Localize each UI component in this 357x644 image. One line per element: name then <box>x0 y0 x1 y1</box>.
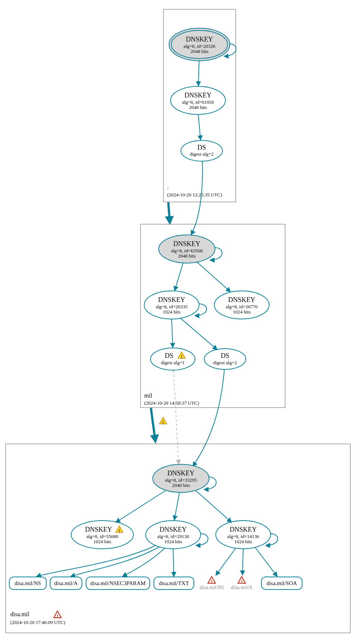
node-root-ds[interactable]: DS digest alg=2 <box>181 140 222 161</box>
edge-zsk2-a <box>70 547 159 577</box>
rrset-row: disa.mil/NS disa.mil/A disa.mil/NSEC3PAR… <box>9 577 302 590</box>
node-rr-ns-ghost: disa.mil/NS <box>200 577 224 590</box>
svg-text:disa.mil/TXT: disa.mil/TXT <box>159 580 189 586</box>
svg-text:digest alg=2: digest alg=2 <box>213 360 237 365</box>
edge-zsk2-txt <box>173 549 174 577</box>
svg-text:disa.mil/A: disa.mil/A <box>54 580 78 586</box>
node-rr-nsec3param[interactable]: disa.mil/NSEC3PARAM <box>86 577 150 590</box>
svg-text:disa.mil/SOA: disa.mil/SOA <box>267 580 297 586</box>
svg-text:alg=8, id=33295: alg=8, id=33295 <box>165 477 197 483</box>
svg-text:DNSKEY: DNSKEY <box>85 526 112 533</box>
edge-mil-ds1-disa-ksk <box>173 371 179 464</box>
node-rr-a-ghost: disa.mil/A <box>231 577 252 590</box>
edge-root-ksk-zsk <box>198 61 199 86</box>
svg-text:disa.mil/NS: disa.mil/NS <box>14 580 41 586</box>
edge-zsk2-ns <box>36 545 156 577</box>
edge-deleg-mil-disa <box>151 408 155 441</box>
edge-zsk3-soa <box>255 547 277 577</box>
svg-text:disa.mil/NSEC3PARAM: disa.mil/NSEC3PARAM <box>90 580 146 586</box>
node-rr-soa[interactable]: disa.mil/SOA <box>261 577 302 590</box>
node-root-ksk[interactable]: DNSKEY alg=8, id=20326 2048 bits <box>169 28 230 61</box>
svg-text:disa.mil/A: disa.mil/A <box>231 585 252 590</box>
svg-text:alg=8, id=14136: alg=8, id=14136 <box>227 534 260 539</box>
svg-text:alg=8, id=61050: alg=8, id=61050 <box>182 99 214 105</box>
svg-text:1024 bits: 1024 bits <box>233 309 251 315</box>
svg-text:1024 bits: 1024 bits <box>234 539 252 544</box>
svg-text:DNSKEY: DNSKEY <box>167 469 194 477</box>
svg-text:DNSKEY: DNSKEY <box>184 92 211 99</box>
svg-text:alg=8, id=20326: alg=8, id=20326 <box>184 43 216 49</box>
svg-text:alg=8, id=20335: alg=8, id=20335 <box>156 304 188 309</box>
node-mil-ds2[interactable]: DS digest alg=2 <box>204 349 246 369</box>
edge-mil-zsk1-ds2 <box>180 318 217 350</box>
edge-mil-ksk-zsk2 <box>196 262 231 292</box>
node-root-zsk[interactable]: DNSKEY alg=8, id=61050 2048 bits <box>171 86 225 114</box>
node-disa-ksk[interactable]: DNSKEY alg=8, id=33295 2048 bits <box>153 464 209 492</box>
node-disa-zsk2[interactable]: DNSKEY alg=8, id=29130 1024 bits <box>146 521 201 549</box>
edge-mil-ksk-zsk1 <box>175 263 183 291</box>
edge-zsk2-nsec3 <box>122 548 165 577</box>
edge-zsk3-aghost <box>242 549 243 575</box>
zone-root: . (2024-10-20 12:25:35 UTC) DNSKEY alg=8… <box>163 9 236 202</box>
node-disa-zsk3[interactable]: DNSKEY alg=8, id=14136 1024 bits <box>216 521 271 549</box>
svg-text:digest alg=2: digest alg=2 <box>190 151 214 157</box>
zone-mil-label: mil <box>144 392 152 399</box>
zone-disa-timestamp: (2024-10-20 17:46:09 UTC) <box>10 620 65 625</box>
svg-text:1024 bits: 1024 bits <box>164 539 182 544</box>
svg-text:disa.mil/NS: disa.mil/NS <box>200 585 224 590</box>
edge-root-ds-mil-ksk <box>191 162 202 235</box>
svg-text:DNSKEY: DNSKEY <box>158 296 185 303</box>
error-icon <box>238 577 245 585</box>
svg-text:DS: DS <box>165 352 173 359</box>
node-rr-ns[interactable]: disa.mil/NS <box>9 577 46 590</box>
svg-text:DNSKEY: DNSKEY <box>159 526 186 533</box>
svg-text:2048 bits: 2048 bits <box>178 253 196 259</box>
edge-disa-ksk-zsk3 <box>195 490 232 522</box>
svg-text:DS: DS <box>197 144 206 151</box>
svg-text:2048 bits: 2048 bits <box>189 104 207 110</box>
error-icon <box>208 577 215 585</box>
edge-mil-zsk1-ds1 <box>172 319 173 348</box>
node-rr-a[interactable]: disa.mil/A <box>50 577 82 590</box>
node-disa-zsk1[interactable]: DNSKEY alg=8, id=55680 1024 bits <box>71 521 133 549</box>
zone-root-timestamp: (2024-10-20 12:25:35 UTC) <box>167 192 222 197</box>
zone-root-label: . <box>167 184 169 190</box>
node-mil-zsk1[interactable]: DNSKEY alg=8, id=20335 1024 bits <box>144 291 199 319</box>
zone-mil: mil (2024-10-20 14:58:37 UTC) DNSKEY alg… <box>141 224 285 408</box>
edge-disa-ksk-zsk2 <box>174 493 179 520</box>
svg-text:DNSKEY: DNSKEY <box>173 240 200 248</box>
edge-deleg-root-mil <box>168 202 170 222</box>
edge-disa-ksk-zsk1 <box>116 490 166 522</box>
node-mil-ds1[interactable]: DS digest alg=1 <box>151 348 195 370</box>
edge-zsk3-nsghost <box>216 548 236 575</box>
svg-text:2048 bits: 2048 bits <box>172 482 190 488</box>
edge-root-zsk-ds <box>198 115 201 140</box>
svg-text:DNSKEY: DNSKEY <box>228 296 255 303</box>
svg-text:DNSKEY: DNSKEY <box>186 36 213 43</box>
svg-text:alg=8, id=63500: alg=8, id=63500 <box>171 248 203 253</box>
zone-disa: disa.mil (2024-10-20 17:46:09 UTC) DNSKE… <box>6 444 350 633</box>
svg-text:1024 bits: 1024 bits <box>93 539 111 544</box>
zone-mil-timestamp: (2024-10-20 14:58:37 UTC) <box>144 400 199 406</box>
svg-text:alg=8, id=29130: alg=8, id=29130 <box>157 534 189 539</box>
warning-icon <box>159 417 167 425</box>
zone-disa-label: disa.mil <box>10 611 30 617</box>
svg-text:digest alg=1: digest alg=1 <box>161 360 185 365</box>
svg-text:2048 bits: 2048 bits <box>191 49 208 54</box>
node-mil-zsk2[interactable]: DNSKEY alg=8, id=26770 1024 bits <box>214 291 269 319</box>
svg-text:1024 bits: 1024 bits <box>163 309 181 315</box>
svg-text:alg=8, id=55680: alg=8, id=55680 <box>86 534 118 539</box>
svg-text:alg=8, id=26770: alg=8, id=26770 <box>226 304 258 309</box>
error-icon <box>54 611 61 619</box>
svg-text:DS: DS <box>221 352 229 359</box>
node-mil-ksk[interactable]: DNSKEY alg=8, id=63500 2048 bits <box>159 235 215 263</box>
node-rr-txt[interactable]: disa.mil/TXT <box>154 577 194 590</box>
svg-text:DNSKEY: DNSKEY <box>229 526 257 533</box>
edge-mil-ds2-disa-ksk <box>193 370 224 467</box>
